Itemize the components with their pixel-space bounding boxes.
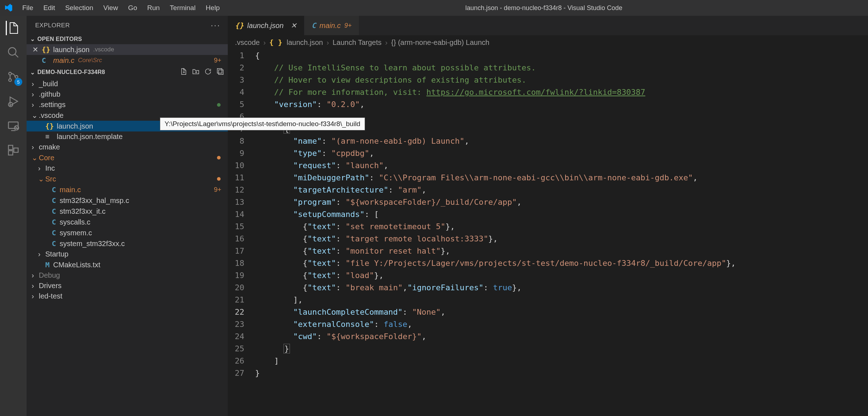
- tree-item[interactable]: ›led-test: [27, 291, 228, 301]
- open-editors-header[interactable]: ⌄ OPEN EDITORS: [27, 34, 228, 44]
- c-icon: C: [52, 218, 56, 226]
- open-editors-label: OPEN EDITORS: [37, 36, 82, 42]
- new-folder-icon[interactable]: [192, 68, 200, 77]
- activity-explorer-icon[interactable]: [6, 21, 20, 35]
- menu-help[interactable]: Help: [201, 3, 224, 13]
- tree-item[interactable]: ›Startup: [27, 249, 228, 259]
- tree-item[interactable]: ⌄Core: [27, 152, 228, 163]
- code-content[interactable]: { // Use IntelliSense to learn about pos…: [255, 50, 868, 416]
- tree-label: syscalls.c: [60, 218, 91, 226]
- tabs-bar: {} launch.json ✕ C main.c 9+: [228, 16, 868, 35]
- tab-label: main.c: [319, 22, 341, 30]
- breadcrumb-segment[interactable]: .vscode: [235, 38, 260, 47]
- editor-area: {} launch.json ✕ C main.c 9+ .vscode› { …: [228, 16, 868, 416]
- sidebar-title: EXPLORER: [35, 22, 70, 29]
- code-editor[interactable]: 1234567891011121314151617181920212223242…: [228, 50, 868, 416]
- json-icon: {}: [45, 122, 53, 130]
- breadcrumb-segment[interactable]: {} (arm-none-eabi-gdb) Launch: [391, 38, 490, 47]
- tree-item[interactable]: Cmain.c9+: [27, 184, 228, 195]
- open-editor-item[interactable]: ✕ {} launch.json .vscode: [27, 44, 228, 55]
- chevron-icon: ›: [38, 164, 44, 172]
- chevron-icon: ›: [32, 101, 37, 109]
- tree-item[interactable]: Csyscalls.c: [27, 217, 228, 227]
- json-icon: {}: [42, 45, 50, 54]
- svg-rect-10: [217, 69, 222, 73]
- tree-label: Src: [45, 175, 56, 183]
- tree-label: sysmem.c: [60, 229, 92, 237]
- tree-item[interactable]: Csysmem.c: [27, 227, 228, 238]
- chevron-icon: ›: [32, 90, 37, 98]
- close-icon[interactable]: ✕: [291, 21, 297, 30]
- modified-dot-icon: [217, 156, 221, 160]
- tab-main-c[interactable]: C main.c 9+: [304, 16, 359, 35]
- tree-label: cmake: [39, 143, 60, 151]
- tree-item[interactable]: ›Debug: [27, 270, 228, 281]
- tree-item[interactable]: Cstm32f3xx_it.c: [27, 206, 228, 217]
- chevron-icon: ›: [32, 292, 37, 300]
- menu-view[interactable]: View: [99, 3, 123, 13]
- activity-bar: 5: [0, 16, 27, 416]
- activity-extensions-icon[interactable]: [6, 143, 20, 157]
- refresh-icon[interactable]: [204, 68, 212, 77]
- file-path: .vscode: [93, 46, 114, 53]
- tree-item[interactable]: ›.settings: [27, 100, 228, 110]
- menu-terminal[interactable]: Terminal: [166, 3, 200, 13]
- tree-label: system_stm32f3xx.c: [60, 240, 125, 248]
- activity-scm-icon[interactable]: 5: [6, 70, 20, 84]
- tree-label: led-test: [39, 292, 63, 300]
- file-name: main.c: [53, 56, 74, 65]
- tree-label: launch.json.template: [57, 133, 123, 141]
- cmake-icon: M: [45, 260, 50, 269]
- c-icon: C: [311, 21, 316, 30]
- open-editor-item[interactable]: ✕ C main.c Core\Src 9+: [27, 55, 228, 66]
- chevron-icon: ›: [32, 143, 37, 151]
- svg-rect-8: [9, 151, 13, 155]
- menu-selection[interactable]: Selection: [61, 3, 97, 13]
- file-name: launch.json: [53, 46, 89, 54]
- close-icon[interactable]: ✕: [32, 45, 39, 54]
- menu-go[interactable]: Go: [124, 3, 141, 13]
- tree-item[interactable]: ›Inc: [27, 163, 228, 174]
- breadcrumb-segment[interactable]: Launch Targets: [333, 38, 382, 47]
- tab-launch-json[interactable]: {} launch.json ✕: [228, 16, 304, 35]
- sidebar-header: EXPLORER ···: [27, 16, 228, 34]
- tree-label: stm32f3xx_hal_msp.c: [60, 197, 129, 205]
- project-header[interactable]: ⌄ DEMO-NUCLEO-F334R8: [27, 66, 228, 79]
- json-icon: {}: [235, 21, 244, 30]
- activity-remote-icon[interactable]: [6, 119, 20, 133]
- chevron-icon: ⌄: [38, 175, 44, 183]
- tree-label: Debug: [39, 271, 60, 279]
- tree-item[interactable]: ›Drivers: [27, 281, 228, 291]
- tree-item[interactable]: ›.github: [27, 89, 228, 100]
- tree-item[interactable]: ⌄Src: [27, 174, 228, 184]
- tree-item[interactable]: Csystem_stm32f3xx.c: [27, 238, 228, 249]
- tree-item[interactable]: ≡launch.json.template: [27, 131, 228, 142]
- activity-debug-icon[interactable]: [6, 94, 20, 108]
- tab-label: launch.json: [247, 22, 283, 30]
- svg-rect-7: [9, 145, 13, 150]
- tree-label: .vscode: [39, 111, 64, 120]
- menu-run[interactable]: Run: [143, 3, 164, 13]
- activity-search-icon[interactable]: [6, 45, 20, 60]
- chevron-icon: ›: [38, 250, 44, 258]
- menu-edit[interactable]: Edit: [39, 3, 60, 13]
- sidebar-more-icon[interactable]: ···: [211, 21, 221, 30]
- git-dot-icon: [217, 103, 221, 107]
- breadcrumb-segment[interactable]: { } launch.json: [269, 38, 323, 47]
- scm-badge: 5: [14, 78, 22, 86]
- title-bar: File Edit Selection View Go Run Terminal…: [0, 0, 868, 16]
- collapse-icon[interactable]: [216, 68, 224, 77]
- tree-item[interactable]: Cstm32f3xx_hal_msp.c: [27, 195, 228, 206]
- tree-item[interactable]: MCMakeLists.txt: [27, 259, 228, 270]
- chevron-icon: ⌄: [32, 153, 37, 162]
- modified-dot-icon: [217, 177, 221, 181]
- file-path: Core\Src: [78, 57, 102, 64]
- menu-file[interactable]: File: [18, 3, 38, 13]
- breadcrumbs[interactable]: .vscode› { } launch.json› Launch Targets…: [228, 35, 868, 50]
- tree-item[interactable]: ›_build: [27, 79, 228, 89]
- new-file-icon[interactable]: [180, 68, 188, 77]
- tree-item[interactable]: ›cmake: [27, 142, 228, 152]
- line-gutter: 1234567891011121314151617181920212223242…: [228, 50, 255, 416]
- tree-label: _build: [39, 80, 58, 88]
- project-name: DEMO-NUCLEO-F334R8: [37, 69, 105, 75]
